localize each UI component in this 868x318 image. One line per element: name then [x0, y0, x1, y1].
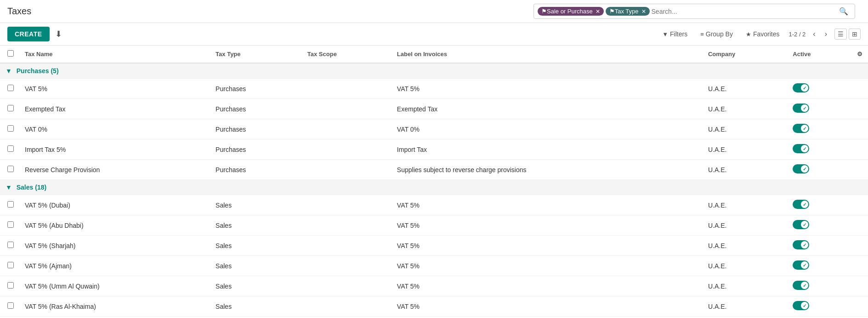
table-row[interactable]: VAT 5% (Abu Dhabi) Sales VAT 5% U.A.E. ✓: [0, 215, 868, 236]
row-active-cell: ✓: [787, 317, 851, 318]
table-row[interactable]: VAT 5% (Ras Al-Khaima) Sales VAT 5% U.A.…: [0, 296, 868, 317]
row-label-invoices: VAT 5%: [391, 215, 703, 236]
row-tax-type: Purchases: [210, 119, 302, 139]
toggle-check-icon: ✓: [801, 201, 808, 208]
active-toggle[interactable]: ✓: [793, 220, 809, 229]
favorites-button[interactable]: ★ Favorites: [742, 29, 783, 40]
row-checkbox[interactable]: [7, 145, 14, 152]
group-label: Sales (18): [17, 184, 46, 191]
table-row[interactable]: VAT 5% (Dubai) Sales VAT 5% U.A.E. ✓: [0, 195, 868, 215]
row-checkbox[interactable]: [7, 201, 14, 208]
row-checkbox-cell: [0, 236, 19, 256]
chevron-down-icon: ▼: [6, 67, 12, 75]
row-checkbox[interactable]: [7, 262, 14, 268]
chevron-down-icon: ▼: [6, 184, 12, 191]
select-all-checkbox[interactable]: [7, 50, 14, 57]
active-toggle[interactable]: ✓: [793, 200, 809, 209]
kanban-view-button[interactable]: ⊞: [849, 29, 861, 40]
list-view-button[interactable]: ☰: [834, 29, 847, 40]
table-row[interactable]: VAT 5% (Sharjah) Sales VAT 5% U.A.E. ✓: [0, 236, 868, 256]
row-tax-scope: [302, 195, 391, 215]
row-checkbox-cell: [0, 317, 19, 318]
taxtype-filter-close[interactable]: ✕: [641, 8, 646, 15]
row-tax-name: VAT 5% (Ajman): [19, 256, 210, 276]
row-checkbox[interactable]: [7, 125, 14, 132]
active-toggle[interactable]: ✓: [793, 83, 809, 93]
row-label-invoices: VAT 5%: [391, 317, 703, 318]
row-label-invoices: VAT 5%: [391, 236, 703, 256]
row-checkbox[interactable]: [7, 85, 14, 91]
row-action-cell: [851, 276, 868, 296]
row-tax-name: Exempted Tax: [19, 99, 210, 119]
row-label-invoices: VAT 5%: [391, 256, 703, 276]
active-toggle[interactable]: ✓: [793, 301, 809, 310]
group-icon: ≡: [700, 31, 704, 38]
row-checkbox[interactable]: [7, 166, 14, 172]
row-checkbox[interactable]: [7, 302, 14, 309]
group-header-row[interactable]: ▼ Sales (18): [0, 180, 868, 195]
toolbar-row: CREATE ⬇ ▼ Filters ≡ Group By ★ Favorite…: [0, 23, 868, 46]
row-checkbox-cell: [0, 79, 19, 99]
active-toggle[interactable]: ✓: [793, 164, 809, 173]
row-company: U.A.E.: [703, 119, 787, 139]
table-row[interactable]: VAT 5% (Umm Al Quwain) Sales VAT 5% U.A.…: [0, 276, 868, 296]
row-tax-type: Sales: [210, 215, 302, 236]
row-checkbox[interactable]: [7, 221, 14, 228]
row-tax-scope: [302, 160, 391, 180]
th-tax-type: Tax Type: [210, 46, 302, 63]
filter-tag-sale[interactable]: ⚑ Sale or Purchase ✕: [538, 7, 604, 16]
filters-button[interactable]: ▼ Filters: [658, 29, 691, 40]
row-label-invoices: VAT 5%: [391, 195, 703, 215]
sale-filter-close[interactable]: ✕: [596, 8, 600, 15]
row-checkbox[interactable]: [7, 242, 14, 248]
row-company: U.A.E.: [703, 139, 787, 160]
row-checkbox-cell: [0, 215, 19, 236]
th-label-invoices: Label on Invoices: [391, 46, 703, 63]
row-tax-type: Purchases: [210, 160, 302, 180]
active-toggle[interactable]: ✓: [793, 124, 809, 133]
row-checkbox-cell: [0, 160, 19, 180]
row-checkbox[interactable]: [7, 105, 14, 111]
row-checkbox[interactable]: [7, 282, 14, 289]
active-toggle[interactable]: ✓: [793, 144, 809, 153]
table-row[interactable]: Reverse Charge Provision Purchases Suppl…: [0, 160, 868, 180]
create-button[interactable]: CREATE: [7, 27, 50, 41]
group-header-cell[interactable]: ▼ Purchases (5): [0, 63, 868, 79]
download-icon[interactable]: ⬇: [53, 27, 64, 41]
group-header-row[interactable]: ▼ Purchases (5): [0, 63, 868, 79]
table-row[interactable]: VAT 5% (Ajman) Sales VAT 5% U.A.E. ✓: [0, 256, 868, 276]
search-button[interactable]: 🔍: [836, 6, 851, 17]
active-toggle[interactable]: ✓: [793, 240, 809, 249]
prev-page-button[interactable]: ‹: [811, 29, 817, 39]
th-settings[interactable]: ⚙: [851, 46, 868, 63]
row-checkbox-cell: [0, 139, 19, 160]
table-row[interactable]: VAT 5% (Fujairah) Sales VAT 5% U.A.E. ✓: [0, 317, 868, 318]
filter-tag-taxtype[interactable]: ⚑ Tax Type ✕: [606, 7, 650, 16]
group-header-cell[interactable]: ▼ Sales (18): [0, 180, 868, 195]
row-tax-name: VAT 5%: [19, 79, 210, 99]
row-tax-name: VAT 5% (Fujairah): [19, 317, 210, 318]
row-action-cell: [851, 79, 868, 99]
row-company: U.A.E.: [703, 236, 787, 256]
row-active-cell: ✓: [787, 276, 851, 296]
table-row[interactable]: VAT 0% Purchases VAT 0% U.A.E. ✓: [0, 119, 868, 139]
row-tax-type: Purchases: [210, 99, 302, 119]
row-tax-scope: [302, 79, 391, 99]
th-tax-scope: Tax Scope: [302, 46, 391, 63]
row-action-cell: [851, 317, 868, 318]
next-page-button[interactable]: ›: [823, 29, 829, 39]
row-action-cell: [851, 119, 868, 139]
pagination-info: 1-2 / 2: [789, 31, 806, 38]
table-row[interactable]: Import Tax 5% Purchases Import Tax U.A.E…: [0, 139, 868, 160]
active-toggle[interactable]: ✓: [793, 104, 809, 113]
search-input[interactable]: [652, 8, 836, 15]
row-action-cell: [851, 296, 868, 317]
active-toggle[interactable]: ✓: [793, 260, 809, 270]
group-by-button[interactable]: ≡ Group By: [697, 29, 737, 40]
table-row[interactable]: VAT 5% Purchases VAT 5% U.A.E. ✓: [0, 79, 868, 99]
active-toggle[interactable]: ✓: [793, 281, 809, 290]
row-checkbox-cell: [0, 99, 19, 119]
row-tax-name: VAT 5% (Sharjah): [19, 236, 210, 256]
table-row[interactable]: Exempted Tax Purchases Exempted Tax U.A.…: [0, 99, 868, 119]
row-action-cell: [851, 215, 868, 236]
